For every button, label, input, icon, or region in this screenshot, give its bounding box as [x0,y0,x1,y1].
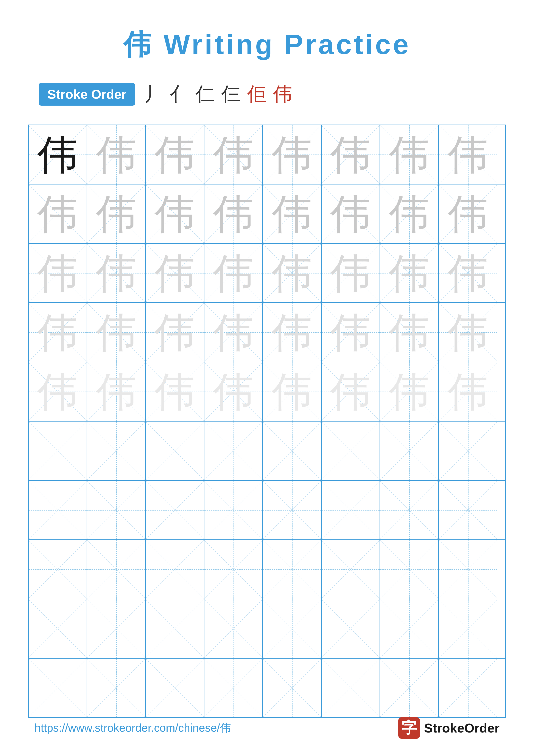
grid-cell[interactable] [29,659,87,717]
svg-line-158 [439,659,497,717]
grid-cell[interactable] [87,659,146,717]
grid-cell[interactable]: 伟 [87,184,146,243]
stroke-order-section: Stroke Order 丿 亻 仁 仨 佢 伟 [0,64,534,120]
grid-cell[interactable] [321,421,380,480]
grid-cell[interactable] [87,540,146,599]
grid-cell[interactable] [380,540,439,599]
grid-cell[interactable] [204,599,263,658]
grid-cell[interactable]: 伟 [29,244,87,302]
grid-cell[interactable] [29,540,87,599]
svg-line-121 [263,540,321,599]
grid-cell[interactable]: 伟 [146,125,204,184]
grid-cell[interactable]: 伟 [380,125,439,184]
practice-char: 伟 [330,253,371,293]
grid-cell[interactable] [87,599,146,658]
practice-char: 伟 [447,371,489,412]
grid-cell[interactable] [321,540,380,599]
grid-cell[interactable]: 伟 [204,125,263,184]
grid-cell[interactable]: 伟 [439,184,497,243]
svg-line-145 [29,659,87,717]
grid-cell[interactable] [439,659,497,717]
grid-cell[interactable]: 伟 [439,303,497,362]
grid-cell[interactable] [380,599,439,658]
grid-cell[interactable]: 伟 [29,362,87,421]
grid-cell[interactable]: 伟 [204,303,263,362]
svg-line-116 [146,540,204,599]
svg-line-112 [29,540,87,599]
grid-cell[interactable] [146,659,204,717]
grid-cell[interactable]: 伟 [321,303,380,362]
grid-cell[interactable] [263,421,321,480]
grid-cell[interactable] [146,599,204,658]
grid-cell[interactable] [321,481,380,539]
grid-cell[interactable] [380,659,439,717]
grid-cell[interactable]: 伟 [380,362,439,421]
grid-cell[interactable]: 伟 [321,244,380,302]
grid-cell[interactable]: 伟 [321,362,380,421]
svg-line-128 [29,600,87,658]
grid-cell[interactable]: 伟 [146,303,204,362]
grid-cell[interactable] [263,659,321,717]
grid-cell[interactable]: 伟 [29,125,87,184]
grid-cell[interactable] [204,659,263,717]
grid-cell[interactable]: 伟 [380,184,439,243]
grid-cell[interactable] [439,421,497,480]
grid-cell[interactable]: 伟 [87,362,146,421]
grid-cell[interactable] [439,481,497,539]
svg-line-115 [87,540,145,599]
grid-cell[interactable] [204,540,263,599]
grid-cell[interactable]: 伟 [439,244,497,302]
grid-cell[interactable] [146,481,204,539]
svg-line-83 [87,422,145,480]
grid-cell[interactable] [87,421,146,480]
grid-cell[interactable] [321,659,380,717]
grid-cell[interactable]: 伟 [263,303,321,362]
grid-cell[interactable]: 伟 [380,244,439,302]
grid-cell[interactable]: 伟 [204,184,263,243]
grid-cell[interactable] [263,599,321,658]
grid-cell[interactable]: 伟 [146,244,204,302]
grid-cell[interactable]: 伟 [380,303,439,362]
grid-cell[interactable]: 伟 [321,125,380,184]
grid-cell[interactable]: 伟 [263,362,321,421]
grid-cell[interactable] [263,481,321,539]
grid-cell[interactable]: 伟 [146,184,204,243]
grid-cell[interactable]: 伟 [29,303,87,362]
svg-line-90 [321,422,380,480]
grid-cell[interactable]: 伟 [204,362,263,421]
grid-cell[interactable] [439,599,497,658]
practice-char: 伟 [389,312,430,353]
svg-line-89 [263,422,321,480]
grid-cell[interactable] [29,481,87,539]
grid-cell[interactable]: 伟 [439,125,497,184]
grid-cell[interactable] [204,481,263,539]
grid-cell[interactable]: 伟 [439,362,497,421]
grid-cell[interactable] [146,540,204,599]
grid-cell[interactable]: 伟 [204,244,263,302]
grid-cell[interactable]: 伟 [87,125,146,184]
grid-cell[interactable]: 伟 [29,184,87,243]
grid-cell[interactable]: 伟 [87,244,146,302]
grid-cell[interactable] [380,481,439,539]
grid-cell[interactable]: 伟 [263,125,321,184]
writing-grid[interactable]: 伟伟伟伟伟伟伟伟伟伟伟伟伟伟伟伟伟伟伟伟伟伟伟伟伟伟伟伟伟伟伟伟伟伟伟伟伟伟伟伟 [28,124,506,718]
grid-cell[interactable]: 伟 [263,244,321,302]
grid-cell[interactable] [439,540,497,599]
grid-cell[interactable] [29,599,87,658]
grid-cell[interactable] [321,599,380,658]
svg-line-104 [263,481,321,539]
grid-cell[interactable] [87,481,146,539]
grid-cell[interactable] [29,421,87,480]
svg-line-84 [146,422,204,480]
stroke-4: 仨 [221,81,241,107]
grid-cell[interactable]: 伟 [263,184,321,243]
grid-cell[interactable]: 伟 [321,184,380,243]
svg-line-101 [146,481,204,539]
grid-cell[interactable]: 伟 [87,303,146,362]
grid-cell[interactable] [204,421,263,480]
grid-cell[interactable] [146,421,204,480]
grid-cell[interactable] [263,540,321,599]
grid-cell[interactable] [380,421,439,480]
grid-cell[interactable]: 伟 [146,362,204,421]
practice-char: 伟 [154,193,195,234]
